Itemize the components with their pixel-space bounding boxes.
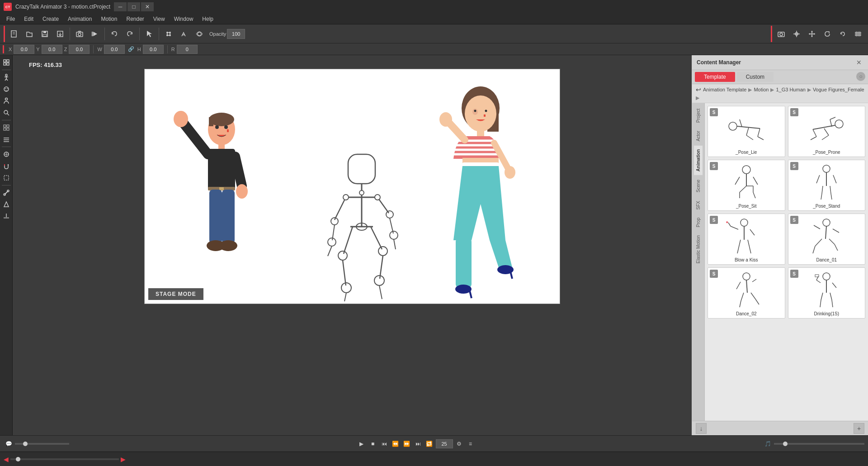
- menu-button[interactable]: ≡: [466, 439, 476, 449]
- svg-point-73: [215, 125, 219, 129]
- side-tab-sfx[interactable]: SFX: [694, 197, 703, 213]
- tool-bone[interactable]: [1, 187, 12, 198]
- menu-edit[interactable]: Edit: [19, 15, 38, 23]
- svg-line-194: [741, 293, 744, 301]
- menu-view[interactable]: View: [149, 15, 170, 23]
- side-tab-elastic-motion[interactable]: Elastic Motion: [694, 232, 703, 267]
- camera-mode-button[interactable]: [774, 27, 788, 41]
- grid-item-pose-sit[interactable]: S: [708, 160, 785, 211]
- grid-item-pose-lie[interactable]: S _Pose_Lie: [708, 106, 785, 157]
- svg-line-109: [371, 227, 382, 249]
- side-tab-actor[interactable]: Actor: [694, 127, 703, 145]
- close-button[interactable]: ✕: [141, 2, 154, 11]
- svg-line-113: [379, 285, 382, 299]
- menu-file[interactable]: File: [2, 15, 19, 23]
- grid-item-drinking[interactable]: S: [788, 267, 866, 319]
- breadcrumb-back-button[interactable]: ↩: [696, 86, 701, 93]
- toolbar-sep-2: [104, 28, 105, 40]
- grid-item-blow-kiss[interactable]: S ♥: [708, 214, 785, 265]
- side-tab-scene[interactable]: Scene: [694, 176, 703, 196]
- opacity-input[interactable]: [227, 29, 245, 39]
- import-button[interactable]: [53, 27, 67, 41]
- tb-slider-left[interactable]: [15, 443, 69, 445]
- svg-point-116: [359, 190, 364, 195]
- pivot-button[interactable]: [789, 27, 804, 41]
- rotate-button[interactable]: [820, 27, 835, 41]
- playback-button[interactable]: [88, 27, 102, 41]
- tool-layers[interactable]: [1, 134, 12, 145]
- menu-create[interactable]: Create: [38, 15, 63, 23]
- h-input[interactable]: [143, 45, 164, 54]
- tool-mode[interactable]: [1, 57, 12, 68]
- timeline-slider[interactable]: [10, 458, 119, 460]
- svg-rect-88: [348, 154, 375, 184]
- camera-button[interactable]: [72, 27, 87, 41]
- grid-item-pose-stand[interactable]: S _Pose: [788, 160, 866, 211]
- grid-item-dance-02[interactable]: S Dance_02: [708, 267, 785, 319]
- menu-window[interactable]: Window: [170, 15, 198, 23]
- y-input[interactable]: [42, 45, 62, 54]
- play-button[interactable]: ▶: [357, 439, 367, 449]
- tool-face[interactable]: [1, 84, 12, 95]
- tool-transform2[interactable]: [1, 172, 12, 183]
- stage-canvas[interactable]: STAGE MODE: [144, 69, 560, 304]
- side-tab-project[interactable]: Project: [694, 105, 703, 126]
- tool-search[interactable]: [1, 107, 12, 118]
- menu-help[interactable]: Help: [198, 15, 218, 23]
- next-frame-button[interactable]: ⏩: [402, 439, 412, 449]
- cursor-tool[interactable]: [142, 27, 156, 41]
- svg-rect-53: [7, 125, 9, 127]
- audio-button[interactable]: 🎵: [763, 439, 773, 449]
- cm-add-button[interactable]: +: [854, 423, 864, 434]
- w-input[interactable]: [104, 45, 125, 54]
- open-button[interactable]: [22, 27, 37, 41]
- undo-button[interactable]: [107, 27, 122, 41]
- tool-magnet[interactable]: [1, 161, 12, 171]
- menu-render[interactable]: Render: [122, 15, 148, 23]
- svg-line-101: [394, 239, 396, 249]
- redo-button[interactable]: [123, 27, 137, 41]
- tab-custom[interactable]: Custom: [737, 72, 774, 82]
- cm-options-button[interactable]: ○: [856, 72, 865, 81]
- menu-animation[interactable]: Animation: [63, 15, 96, 23]
- tool-body[interactable]: [1, 72, 12, 83]
- minimize-button[interactable]: ─: [114, 2, 127, 11]
- transform-button[interactable]: [161, 27, 176, 41]
- tool-select-area[interactable]: [1, 149, 12, 160]
- grid-item-pose-prone[interactable]: S _Pose: [788, 106, 866, 157]
- prev-frame-button[interactable]: ⏪: [391, 439, 401, 449]
- new-button[interactable]: [7, 27, 21, 41]
- x-input[interactable]: [14, 45, 34, 54]
- menu-motion[interactable]: Motion: [96, 15, 122, 23]
- side-tab-prop[interactable]: Prop: [694, 214, 703, 231]
- z-input[interactable]: [69, 45, 90, 54]
- to-start-button[interactable]: ⏮: [379, 439, 389, 449]
- move-button[interactable]: [805, 27, 819, 41]
- tool-fill[interactable]: [1, 199, 12, 210]
- cm-close-button[interactable]: ✕: [854, 58, 863, 67]
- stage-mode-button[interactable]: STAGE MODE: [148, 288, 203, 300]
- loop-button[interactable]: 🔁: [425, 439, 434, 449]
- grid-item-dance-01[interactable]: S Dance_01: [788, 214, 866, 265]
- tool-actor[interactable]: [1, 95, 12, 106]
- timeline-button[interactable]: [851, 27, 865, 41]
- cm-download-button[interactable]: ↓: [696, 423, 707, 434]
- side-tab-animation[interactable]: Animation: [694, 146, 703, 175]
- tool-grid[interactable]: [1, 122, 12, 133]
- stop-button[interactable]: ■: [368, 439, 378, 449]
- tool-bottom[interactable]: [1, 211, 12, 222]
- z-label: Z: [64, 47, 67, 52]
- view-button[interactable]: [192, 27, 207, 41]
- svg-line-197: [755, 299, 759, 304]
- tb-comment-button[interactable]: 💬: [4, 439, 14, 449]
- tab-template[interactable]: Template: [695, 72, 735, 82]
- frame-input[interactable]: [436, 439, 453, 448]
- progress-bar[interactable]: [774, 443, 864, 445]
- settings-button[interactable]: ⚙: [454, 439, 464, 449]
- reset-button[interactable]: [835, 27, 850, 41]
- maximize-button[interactable]: □: [127, 2, 140, 11]
- save-button[interactable]: [38, 27, 52, 41]
- r-input[interactable]: [177, 45, 198, 54]
- to-end-button[interactable]: ⏭: [413, 439, 423, 449]
- paint-button[interactable]: [177, 27, 191, 41]
